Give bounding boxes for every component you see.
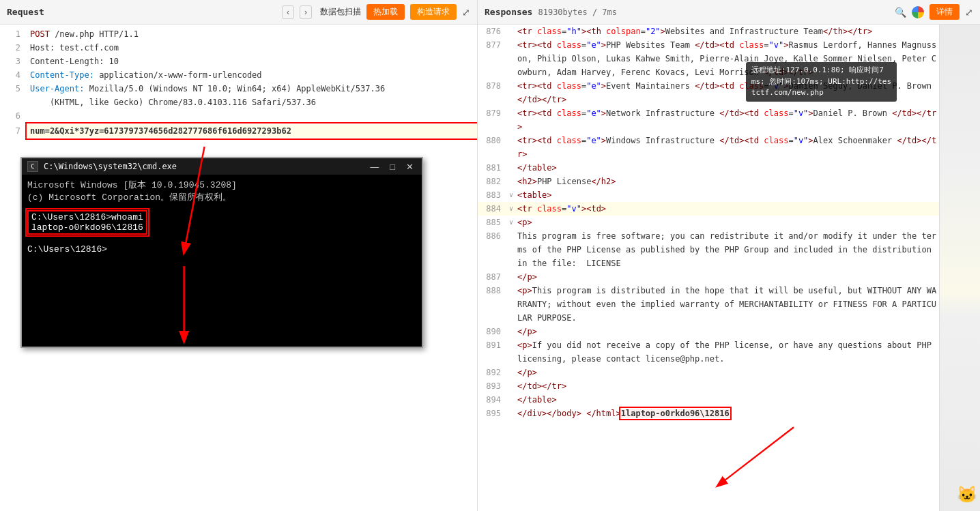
resp-line-894: 894 </table> (478, 393, 939, 407)
resp-line-879: 879 <tr><td class="e">Network Infrastruc… (478, 106, 939, 134)
left-panel: Request ‹ › 数据包扫描 热加载 构造请求 ⤢ 1 POST /new… (0, 0, 478, 511)
resp-line-883: 883 ∨ <table> (478, 188, 939, 202)
construct-button[interactable]: 构造请求 (410, 4, 457, 20)
resp-line-895: 895 </div></body> </html>1laptop-o0rkdo9… (478, 407, 939, 420)
resp-line-890: 890 </p> (478, 325, 939, 338)
request-line-4: 4 Content-Type: application/x-www-form-u… (0, 68, 477, 82)
svg-line-5 (718, 427, 794, 486)
right-sidebar: 🐱 (939, 25, 980, 511)
detail-button[interactable]: 详情 (929, 4, 960, 20)
tooltip-line3: tctf.com/new.php (751, 87, 891, 99)
resp-line-881: 881 </table> (478, 161, 939, 175)
cmd-window: C C:\Windows\system32\cmd.exe — □ ✕ Micr… (20, 157, 423, 348)
tooltip-line1: 远程地址:127.0.0.1:80; 响应时间7 (751, 65, 891, 76)
right-panel: Responses 81930bytes / 7ms 🔍 详情 ⤢ 远程地址:1… (478, 0, 980, 511)
payload-line: num=2&Qxi*37yz=6173797374656d282777686f6… (27, 124, 477, 138)
request-line-1: 1 POST /new.php HTTP/1.1 (0, 27, 477, 41)
left-header: Request ‹ › 数据包扫描 热加载 构造请求 ⤢ (0, 0, 477, 25)
right-header: Responses 81930bytes / 7ms 🔍 详情 ⤢ (478, 0, 980, 25)
cmd-restore-button[interactable]: □ (387, 162, 398, 172)
leaked-username: 1laptop-o0rkdo96\12816 (621, 409, 730, 418)
resp-line-884: 884 ∨ <tr class="v"><td> (478, 202, 939, 216)
cmd-prompt-1: C:\Users\12816>whoami (31, 212, 143, 222)
hotload-button[interactable]: 热加载 (366, 4, 405, 20)
responses-title: Responses (485, 7, 532, 17)
tooltip-overlay: 远程地址:127.0.0.1:80; 响应时间7 ms; 忽时间:107ms; … (746, 62, 897, 102)
request-line-7: 7 num=2&Qxi*37yz=6173797374656d282777686… (0, 124, 477, 138)
cat-icon: 🐱 (957, 485, 977, 504)
cmd-minimize-button[interactable]: — (367, 162, 381, 172)
expand-right-button[interactable]: ⤢ (965, 7, 973, 18)
resp-line-886: 886 This program is free software; you c… (478, 229, 939, 270)
back-button[interactable]: ‹ (282, 5, 294, 19)
resp-line-891: 891 <p>If you did not receive a copy of … (478, 338, 939, 366)
resp-line-885: 885 ∨ <p> (478, 216, 939, 229)
scan-label: 数据包扫描 (320, 6, 361, 18)
cmd-result-1: laptop-o0rkdo96\12816 (31, 222, 143, 233)
request-line-6: 6 (0, 109, 477, 123)
cmd-titlebar: C C:\Windows\system32\cmd.exe — □ ✕ (22, 158, 422, 175)
cmd-whoami-block: C:\Users\12816>whoami laptop-o0rkdo96\12… (27, 210, 147, 235)
resp-line-888: 888 <p>This program is distributed in th… (478, 284, 939, 325)
resp-line-876: 876 <tr class="h"><th colspan="2">Websit… (478, 25, 939, 38)
left-panel-title: Request (7, 7, 44, 17)
resp-line-880: 880 <tr><td class="e">Windows Infrastruc… (478, 134, 939, 161)
request-line-2: 2 Host: test.ctf.com (0, 41, 477, 55)
resp-line-882: 882 <h2>PHP License</h2> (478, 175, 939, 188)
request-line-3: 3 Content-Length: 10 (0, 55, 477, 68)
cmd-prompt-2: C:\Users\12816> (27, 244, 416, 254)
cmd-header-1: Microsoft Windows [版本 10.0.19045.3208] (27, 179, 416, 191)
responses-content-area: 远程地址:127.0.0.1:80; 响应时间7 ms; 忽时间:107ms; … (478, 25, 980, 511)
resp-line-893: 893 </td></tr> (478, 379, 939, 393)
cmd-title: C:\Windows\system32\cmd.exe (44, 162, 362, 171)
cmd-app-icon: C (27, 161, 38, 172)
search-button[interactable]: 🔍 (895, 7, 906, 18)
expand-left-button[interactable]: ⤢ (462, 7, 470, 18)
cmd-body: Microsoft Windows [版本 10.0.19045.3208] (… (22, 175, 422, 347)
cmd-header-2: (c) Microsoft Corporation。保留所有权利。 (27, 191, 416, 203)
resp-line-892: 892 </p> (478, 366, 939, 379)
minimap (940, 25, 980, 511)
resp-line-887: 887 </p> (478, 270, 939, 284)
forward-button[interactable]: › (300, 5, 312, 19)
tooltip-line2: ms; 忽时间:107ms; URL:http://tes (751, 76, 891, 88)
request-line-5: 5 User-Agent: Mozilla/5.0 (Windows NT 10… (0, 82, 477, 109)
responses-body: 远程地址:127.0.0.1:80; 响应时间7 ms; 忽时间:107ms; … (478, 25, 939, 511)
response-meta: 81930bytes / 7ms (538, 8, 617, 17)
cmd-close-button[interactable]: ✕ (403, 162, 416, 172)
chrome-icon[interactable] (912, 6, 924, 18)
